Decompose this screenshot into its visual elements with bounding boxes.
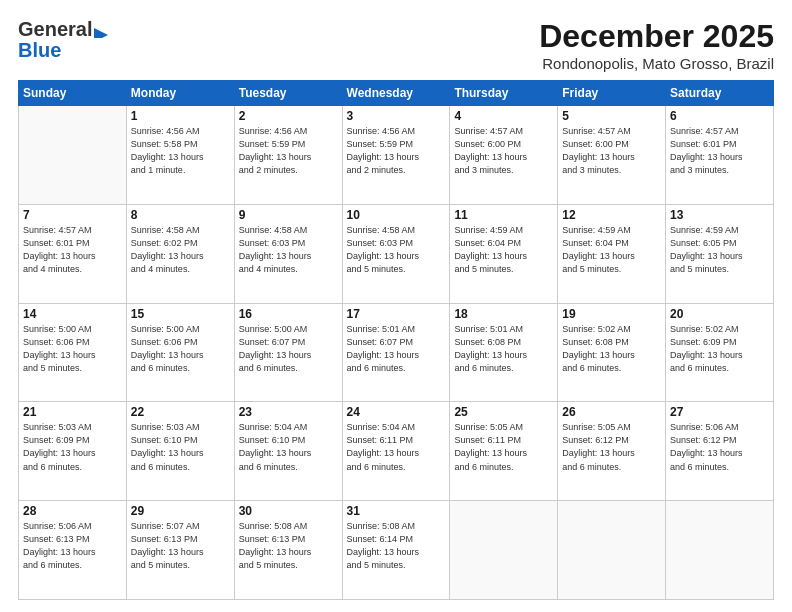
calendar-cell: 16Sunrise: 5:00 AM Sunset: 6:07 PM Dayli… [234, 303, 342, 402]
weekday-header-cell: Thursday [450, 81, 558, 106]
day-info: Sunrise: 4:58 AM Sunset: 6:03 PM Dayligh… [239, 224, 338, 276]
month-title: December 2025 [539, 18, 774, 55]
calendar-cell: 22Sunrise: 5:03 AM Sunset: 6:10 PM Dayli… [126, 402, 234, 501]
day-info: Sunrise: 4:57 AM Sunset: 6:00 PM Dayligh… [454, 125, 553, 177]
weekday-header-cell: Friday [558, 81, 666, 106]
weekday-header-cell: Tuesday [234, 81, 342, 106]
calendar-cell: 14Sunrise: 5:00 AM Sunset: 6:06 PM Dayli… [19, 303, 127, 402]
logo-text: General [18, 18, 108, 40]
day-info: Sunrise: 4:58 AM Sunset: 6:03 PM Dayligh… [347, 224, 446, 276]
day-number: 23 [239, 405, 338, 419]
calendar-cell [19, 106, 127, 205]
calendar-cell [450, 501, 558, 600]
day-number: 1 [131, 109, 230, 123]
day-info: Sunrise: 5:01 AM Sunset: 6:08 PM Dayligh… [454, 323, 553, 375]
logo: General Blue [18, 18, 108, 60]
day-info: Sunrise: 5:00 AM Sunset: 6:06 PM Dayligh… [131, 323, 230, 375]
day-number: 13 [670, 208, 769, 222]
day-info: Sunrise: 5:00 AM Sunset: 6:07 PM Dayligh… [239, 323, 338, 375]
day-info: Sunrise: 5:05 AM Sunset: 6:12 PM Dayligh… [562, 421, 661, 473]
day-number: 20 [670, 307, 769, 321]
day-number: 6 [670, 109, 769, 123]
calendar-cell: 18Sunrise: 5:01 AM Sunset: 6:08 PM Dayli… [450, 303, 558, 402]
weekday-header-cell: Saturday [666, 81, 774, 106]
calendar-cell: 15Sunrise: 5:00 AM Sunset: 6:06 PM Dayli… [126, 303, 234, 402]
day-info: Sunrise: 5:08 AM Sunset: 6:13 PM Dayligh… [239, 520, 338, 572]
day-number: 8 [131, 208, 230, 222]
day-info: Sunrise: 4:56 AM Sunset: 5:59 PM Dayligh… [347, 125, 446, 177]
day-number: 14 [23, 307, 122, 321]
calendar-cell: 27Sunrise: 5:06 AM Sunset: 6:12 PM Dayli… [666, 402, 774, 501]
weekday-header-cell: Monday [126, 81, 234, 106]
day-info: Sunrise: 5:06 AM Sunset: 6:12 PM Dayligh… [670, 421, 769, 473]
day-number: 31 [347, 504, 446, 518]
calendar-week-row: 1Sunrise: 4:56 AM Sunset: 5:58 PM Daylig… [19, 106, 774, 205]
calendar-cell: 1Sunrise: 4:56 AM Sunset: 5:58 PM Daylig… [126, 106, 234, 205]
calendar-week-row: 21Sunrise: 5:03 AM Sunset: 6:09 PM Dayli… [19, 402, 774, 501]
day-info: Sunrise: 4:57 AM Sunset: 6:01 PM Dayligh… [670, 125, 769, 177]
day-info: Sunrise: 4:58 AM Sunset: 6:02 PM Dayligh… [131, 224, 230, 276]
page: General Blue December 2025 Rondonopolis,… [0, 0, 792, 612]
calendar-cell: 7Sunrise: 4:57 AM Sunset: 6:01 PM Daylig… [19, 204, 127, 303]
day-info: Sunrise: 4:56 AM Sunset: 5:59 PM Dayligh… [239, 125, 338, 177]
day-info: Sunrise: 5:02 AM Sunset: 6:08 PM Dayligh… [562, 323, 661, 375]
weekday-header-cell: Wednesday [342, 81, 450, 106]
calendar-cell: 5Sunrise: 4:57 AM Sunset: 6:00 PM Daylig… [558, 106, 666, 205]
calendar-cell: 24Sunrise: 5:04 AM Sunset: 6:11 PM Dayli… [342, 402, 450, 501]
day-number: 3 [347, 109, 446, 123]
svg-marker-0 [94, 28, 108, 38]
calendar-cell: 3Sunrise: 4:56 AM Sunset: 5:59 PM Daylig… [342, 106, 450, 205]
day-number: 15 [131, 307, 230, 321]
location: Rondonopolis, Mato Grosso, Brazil [539, 55, 774, 72]
day-info: Sunrise: 4:59 AM Sunset: 6:04 PM Dayligh… [562, 224, 661, 276]
day-info: Sunrise: 4:57 AM Sunset: 6:00 PM Dayligh… [562, 125, 661, 177]
calendar-cell: 30Sunrise: 5:08 AM Sunset: 6:13 PM Dayli… [234, 501, 342, 600]
calendar-cell: 6Sunrise: 4:57 AM Sunset: 6:01 PM Daylig… [666, 106, 774, 205]
day-info: Sunrise: 5:03 AM Sunset: 6:10 PM Dayligh… [131, 421, 230, 473]
day-info: Sunrise: 5:02 AM Sunset: 6:09 PM Dayligh… [670, 323, 769, 375]
day-number: 17 [347, 307, 446, 321]
day-info: Sunrise: 5:07 AM Sunset: 6:13 PM Dayligh… [131, 520, 230, 572]
weekday-header-cell: Sunday [19, 81, 127, 106]
calendar-cell: 19Sunrise: 5:02 AM Sunset: 6:08 PM Dayli… [558, 303, 666, 402]
day-info: Sunrise: 4:56 AM Sunset: 5:58 PM Dayligh… [131, 125, 230, 177]
day-info: Sunrise: 5:08 AM Sunset: 6:14 PM Dayligh… [347, 520, 446, 572]
calendar-body: 1Sunrise: 4:56 AM Sunset: 5:58 PM Daylig… [19, 106, 774, 600]
calendar-cell [558, 501, 666, 600]
day-number: 30 [239, 504, 338, 518]
day-number: 2 [239, 109, 338, 123]
day-number: 4 [454, 109, 553, 123]
day-number: 7 [23, 208, 122, 222]
day-number: 16 [239, 307, 338, 321]
day-number: 9 [239, 208, 338, 222]
day-info: Sunrise: 5:04 AM Sunset: 6:11 PM Dayligh… [347, 421, 446, 473]
day-number: 27 [670, 405, 769, 419]
day-number: 22 [131, 405, 230, 419]
calendar-cell: 26Sunrise: 5:05 AM Sunset: 6:12 PM Dayli… [558, 402, 666, 501]
day-info: Sunrise: 5:06 AM Sunset: 6:13 PM Dayligh… [23, 520, 122, 572]
day-info: Sunrise: 5:05 AM Sunset: 6:11 PM Dayligh… [454, 421, 553, 473]
day-number: 24 [347, 405, 446, 419]
header: General Blue December 2025 Rondonopolis,… [18, 18, 774, 72]
title-block: December 2025 Rondonopolis, Mato Grosso,… [539, 18, 774, 72]
calendar-cell: 28Sunrise: 5:06 AM Sunset: 6:13 PM Dayli… [19, 501, 127, 600]
day-number: 10 [347, 208, 446, 222]
calendar-cell: 4Sunrise: 4:57 AM Sunset: 6:00 PM Daylig… [450, 106, 558, 205]
calendar-week-row: 28Sunrise: 5:06 AM Sunset: 6:13 PM Dayli… [19, 501, 774, 600]
calendar-cell: 12Sunrise: 4:59 AM Sunset: 6:04 PM Dayli… [558, 204, 666, 303]
calendar-cell: 31Sunrise: 5:08 AM Sunset: 6:14 PM Dayli… [342, 501, 450, 600]
day-number: 21 [23, 405, 122, 419]
day-number: 28 [23, 504, 122, 518]
calendar: SundayMondayTuesdayWednesdayThursdayFrid… [18, 80, 774, 600]
calendar-cell: 20Sunrise: 5:02 AM Sunset: 6:09 PM Dayli… [666, 303, 774, 402]
day-info: Sunrise: 4:59 AM Sunset: 6:05 PM Dayligh… [670, 224, 769, 276]
calendar-week-row: 7Sunrise: 4:57 AM Sunset: 6:01 PM Daylig… [19, 204, 774, 303]
calendar-cell: 25Sunrise: 5:05 AM Sunset: 6:11 PM Dayli… [450, 402, 558, 501]
day-number: 18 [454, 307, 553, 321]
day-info: Sunrise: 5:04 AM Sunset: 6:10 PM Dayligh… [239, 421, 338, 473]
day-number: 25 [454, 405, 553, 419]
day-info: Sunrise: 5:00 AM Sunset: 6:06 PM Dayligh… [23, 323, 122, 375]
calendar-cell: 17Sunrise: 5:01 AM Sunset: 6:07 PM Dayli… [342, 303, 450, 402]
day-info: Sunrise: 5:01 AM Sunset: 6:07 PM Dayligh… [347, 323, 446, 375]
calendar-cell: 21Sunrise: 5:03 AM Sunset: 6:09 PM Dayli… [19, 402, 127, 501]
